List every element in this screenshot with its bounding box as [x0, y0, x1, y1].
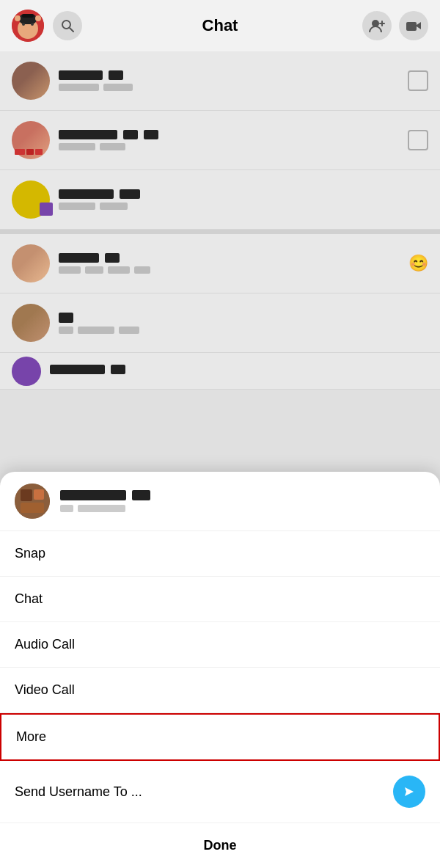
- menu-item-more[interactable]: More: [0, 713, 440, 761]
- svg-rect-19: [21, 503, 44, 513]
- chat-info: [59, 189, 428, 210]
- svg-point-7: [15, 15, 21, 21]
- emoji-badge: 😊: [408, 254, 428, 273]
- header-right: [362, 11, 428, 40]
- done-button[interactable]: Done: [0, 823, 440, 868]
- chat-item[interactable]: [0, 51, 440, 111]
- svg-point-8: [35, 15, 41, 21]
- camera-button[interactable]: [399, 11, 428, 40]
- chat-avatar: [12, 244, 50, 282]
- chat-avatar: [12, 304, 50, 342]
- add-friend-button[interactable]: [362, 11, 392, 40]
- menu-item-snap[interactable]: Snap: [0, 531, 440, 577]
- chat-list-background: 😊: [0, 51, 440, 506]
- chat-info: [59, 130, 408, 150]
- search-button[interactable]: [53, 11, 82, 40]
- svg-line-10: [70, 28, 73, 32]
- header: Chat: [0, 0, 440, 51]
- chat-status-icon: [408, 70, 428, 91]
- contact-preview: [0, 472, 440, 531]
- chat-info: [50, 365, 428, 378]
- chat-status-icon: [408, 130, 428, 150]
- avatar[interactable]: [12, 10, 44, 42]
- chat-avatar: [12, 121, 50, 159]
- send-username-button[interactable]: [393, 776, 425, 808]
- menu-item-video-call[interactable]: Video Call: [0, 668, 440, 713]
- chat-info: [59, 313, 428, 334]
- svg-rect-14: [406, 22, 417, 31]
- svg-rect-18: [34, 489, 44, 500]
- header-left: [12, 10, 82, 42]
- menu-item-chat[interactable]: Chat: [0, 577, 440, 622]
- bottom-sheet: Snap Chat Audio Call Video Call More Sen…: [0, 472, 440, 868]
- contact-avatar: [15, 484, 50, 519]
- svg-marker-20: [405, 787, 414, 796]
- svg-marker-15: [417, 22, 421, 29]
- svg-point-4: [22, 23, 25, 26]
- chat-item[interactable]: [0, 293, 440, 353]
- svg-rect-16: [15, 484, 50, 519]
- chat-item[interactable]: [0, 111, 440, 170]
- chat-item[interactable]: [0, 353, 440, 390]
- contact-info: [60, 490, 425, 512]
- svg-point-5: [31, 23, 34, 26]
- send-username-row[interactable]: Send Username To ...: [0, 761, 440, 823]
- header-title: Chat: [202, 16, 238, 35]
- svg-rect-17: [21, 489, 32, 501]
- chat-info: [59, 70, 408, 91]
- chat-item[interactable]: 😊: [0, 234, 440, 293]
- chat-info: [59, 253, 428, 274]
- menu-item-audio-call[interactable]: Audio Call: [0, 622, 440, 668]
- chat-avatar: [12, 357, 41, 386]
- chat-avatar: [12, 180, 50, 219]
- svg-rect-6: [22, 14, 34, 18]
- chat-item[interactable]: [0, 170, 440, 230]
- chat-avatar: [12, 62, 50, 100]
